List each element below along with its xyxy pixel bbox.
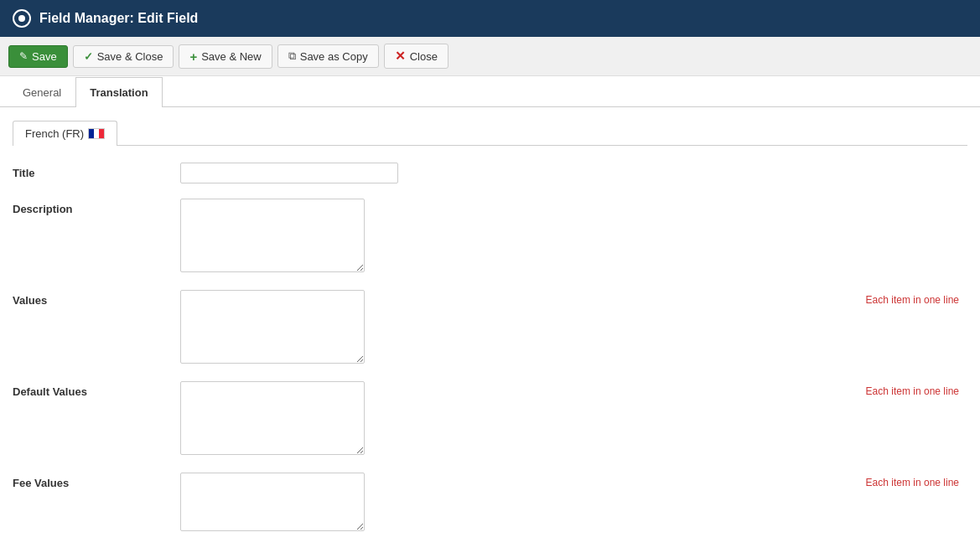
description-row: Description bbox=[13, 199, 967, 275]
save-button[interactable]: ✎ Save bbox=[8, 45, 68, 68]
default-values-field-container bbox=[180, 381, 967, 457]
fee-values-label: Fee Values bbox=[13, 473, 180, 489]
description-textarea[interactable] bbox=[180, 199, 365, 272]
title-row: Title bbox=[13, 163, 967, 183]
title-input[interactable] bbox=[180, 163, 398, 183]
main-tabs: General Translation bbox=[0, 76, 980, 107]
copy-icon: ⧉ bbox=[288, 49, 296, 63]
content-area: French (FR) Title Description Values Eac… bbox=[0, 107, 980, 558]
tab-general[interactable]: General bbox=[8, 77, 75, 107]
app-icon bbox=[13, 9, 31, 28]
title-bar: Field Manager: Edit Field bbox=[0, 0, 980, 37]
values-hint: Each item in one line bbox=[866, 294, 959, 306]
language-tabs: French (FR) bbox=[13, 120, 967, 146]
description-label: Description bbox=[13, 199, 180, 215]
save-copy-button[interactable]: ⧉ Save as Copy bbox=[277, 44, 379, 68]
flag-french bbox=[88, 128, 105, 139]
default-values-label: Default Values bbox=[13, 381, 180, 398]
tab-translation[interactable]: Translation bbox=[75, 77, 162, 107]
title-label: Title bbox=[13, 163, 180, 179]
fee-values-hint: Each item in one line bbox=[866, 477, 959, 488]
check-icon: ✓ bbox=[84, 50, 93, 63]
lang-tab-french[interactable]: French (FR) bbox=[13, 121, 117, 146]
fee-values-textarea[interactable] bbox=[180, 473, 365, 531]
default-values-hint: Each item in one line bbox=[866, 385, 959, 397]
fee-values-field-container bbox=[180, 473, 967, 534]
values-textarea[interactable] bbox=[180, 290, 365, 364]
plus-icon: + bbox=[189, 49, 197, 64]
values-row: Values Each item in one line bbox=[13, 290, 967, 366]
description-field-container bbox=[180, 199, 967, 275]
page-title: Field Manager: Edit Field bbox=[39, 11, 198, 26]
close-button[interactable]: ✕ Close bbox=[384, 44, 449, 69]
default-values-textarea[interactable] bbox=[180, 381, 365, 455]
close-icon: ✕ bbox=[395, 49, 406, 64]
fee-values-row: Fee Values Each item in one line bbox=[13, 473, 967, 534]
save-new-button[interactable]: + Save & New bbox=[179, 44, 272, 69]
values-label: Values bbox=[13, 290, 180, 307]
save-close-button[interactable]: ✓ Save & Close bbox=[73, 45, 174, 68]
values-field-container bbox=[180, 290, 967, 366]
title-field-container bbox=[180, 163, 967, 183]
toolbar: ✎ Save ✓ Save & Close + Save & New ⧉ Sav… bbox=[0, 37, 980, 76]
default-values-row: Default Values Each item in one line bbox=[13, 381, 967, 457]
save-icon: ✎ bbox=[19, 50, 28, 62]
